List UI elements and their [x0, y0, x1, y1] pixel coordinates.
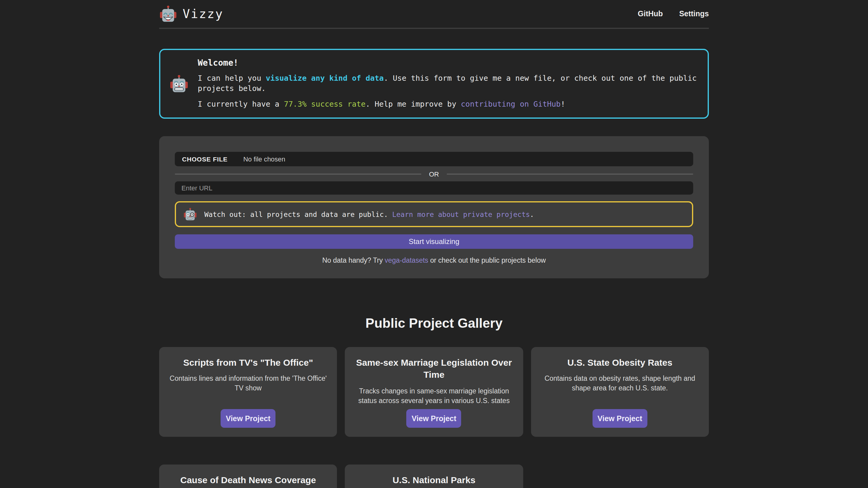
file-input[interactable]: CHOOSE FILE No file chosen: [175, 152, 693, 166]
nav-link-github[interactable]: GitHub: [638, 10, 663, 18]
or-divider: OR: [175, 170, 693, 178]
welcome-paragraph-1: I can help you visualize any kind of dat…: [198, 73, 698, 93]
robot-logo-icon: [159, 5, 177, 23]
or-label: OR: [429, 170, 439, 178]
helper-text: No data handy? Try vega-datasets or chec…: [175, 257, 693, 264]
project-description: Contains data on obesity rates, shape le…: [538, 374, 702, 393]
project-card: Same-sex Marriage Legislation Over Time …: [345, 347, 523, 437]
warning-text: Watch out: all projects and data are pub…: [204, 210, 534, 218]
project-card: U.S. State Obesity Rates Contains data o…: [531, 347, 709, 437]
vizzy-app: Vizzy GitHub Settings Welcome! I can hel…: [0, 0, 868, 488]
project-title: U.S. National Parks: [393, 474, 475, 487]
robot-welcome-icon: [169, 74, 189, 93]
view-project-button[interactable]: View Project: [221, 409, 276, 428]
view-project-button[interactable]: View Project: [592, 409, 647, 428]
start-visualizing-button[interactable]: Start visualizing: [175, 234, 693, 249]
public-data-warning: Watch out: all projects and data are pub…: [175, 201, 693, 227]
url-input[interactable]: [175, 181, 693, 195]
upload-form-card: CHOOSE FILE No file chosen OR Watch out:…: [159, 136, 709, 278]
project-card: Cause of Death News Coverage View Projec…: [159, 464, 337, 488]
project-title: Same-sex Marriage Legislation Over Time: [352, 357, 516, 381]
brand-link[interactable]: Vizzy: [159, 5, 223, 23]
project-title: U.S. State Obesity Rates: [567, 357, 672, 369]
robot-warning-icon: [183, 207, 197, 221]
success-rate-text: 77.3% success rate: [284, 99, 366, 108]
header-nav: GitHub Settings: [638, 10, 709, 18]
project-card: Scripts from TV's "The Office" Contains …: [159, 347, 337, 437]
private-projects-link[interactable]: Learn more about private projects: [392, 210, 530, 218]
project-card: U.S. National Parks View Project: [345, 464, 523, 488]
file-status-text: No file chosen: [243, 156, 285, 163]
nav-link-settings[interactable]: Settings: [679, 10, 709, 18]
gallery-title: Public Project Gallery: [0, 316, 868, 331]
highlight-visualize: visualize any kind of data: [266, 73, 384, 83]
choose-file-button[interactable]: CHOOSE FILE: [182, 156, 227, 163]
project-title: Cause of Death News Coverage: [180, 474, 316, 487]
contributing-github-link[interactable]: contributing on GitHub: [461, 99, 561, 108]
app-header: Vizzy GitHub Settings: [0, 0, 868, 29]
welcome-title: Welcome!: [198, 58, 698, 67]
project-description: Contains lines and information from the …: [166, 374, 330, 393]
project-grid: Scripts from TV's "The Office" Contains …: [159, 347, 709, 488]
welcome-banner: Welcome! I can help you visualize any ki…: [159, 49, 709, 119]
view-project-button[interactable]: View Project: [407, 409, 461, 428]
welcome-paragraph-2: I currently have a 77.3% success rate. H…: [198, 99, 698, 109]
project-title: Scripts from TV's "The Office": [183, 357, 313, 369]
brand-name: Vizzy: [183, 7, 223, 21]
welcome-text: Welcome! I can help you visualize any ki…: [198, 58, 698, 109]
project-description: Tracks changes in same-sex marriage legi…: [352, 386, 516, 405]
vega-datasets-link[interactable]: vega-datasets: [384, 257, 428, 264]
